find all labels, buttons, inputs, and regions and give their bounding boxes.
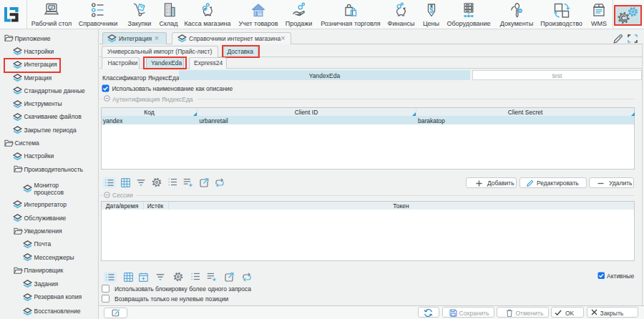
svg-text:$: $ (429, 6, 434, 14)
